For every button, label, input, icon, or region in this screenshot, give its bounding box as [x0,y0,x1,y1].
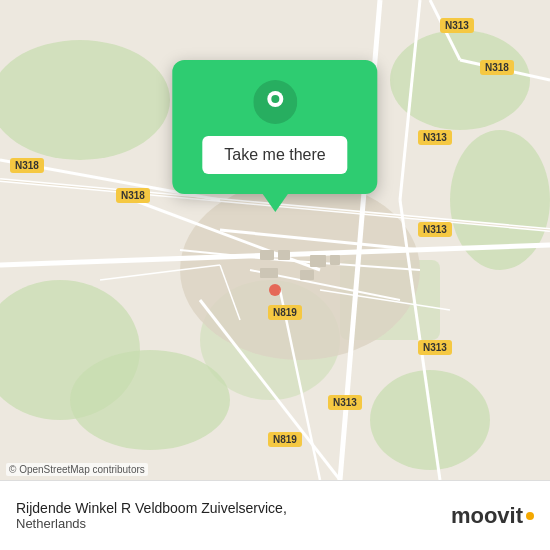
info-bar: Rijdende Winkel R Veldboom Zuivelservice… [0,480,550,550]
road-label-n313-lower: N313 [418,340,452,355]
moovit-text: moovit [451,503,523,529]
road-label-n313-mid-right: N313 [418,130,452,145]
take-me-there-button[interactable]: Take me there [202,136,347,174]
svg-point-38 [271,95,279,103]
road-label-n313-bottom: N313 [328,395,362,410]
moovit-dot [526,512,534,520]
moovit-logo: moovit [451,503,534,529]
road-label-n313-top: N313 [440,18,474,33]
svg-rect-29 [260,250,274,260]
road-label-n819-bottom: N819 [268,432,302,447]
road-label-n313-mid2: N313 [418,222,452,237]
road-label-n318-top-right: N318 [480,60,514,75]
copyright-text: © OpenStreetMap contributors [6,463,148,476]
place-subtitle: Netherlands [16,516,287,531]
svg-rect-34 [300,270,314,280]
svg-rect-33 [260,268,278,278]
svg-rect-32 [330,255,340,265]
road-label-n819: N819 [268,305,302,320]
svg-rect-31 [310,255,326,267]
popup-card: Take me there [172,60,377,194]
map-container: N313 N318 N313 N318 N318 N313 N819 N313 … [0,0,550,480]
svg-point-5 [70,350,230,450]
place-info: Rijdende Winkel R Veldboom Zuivelservice… [16,500,287,531]
road-label-n318-mid: N318 [116,188,150,203]
svg-point-35 [269,284,281,296]
location-pin-icon [253,80,297,124]
svg-rect-30 [278,250,290,260]
road-label-n318-left: N318 [10,158,44,173]
place-title: Rijdende Winkel R Veldboom Zuivelservice… [16,500,287,516]
